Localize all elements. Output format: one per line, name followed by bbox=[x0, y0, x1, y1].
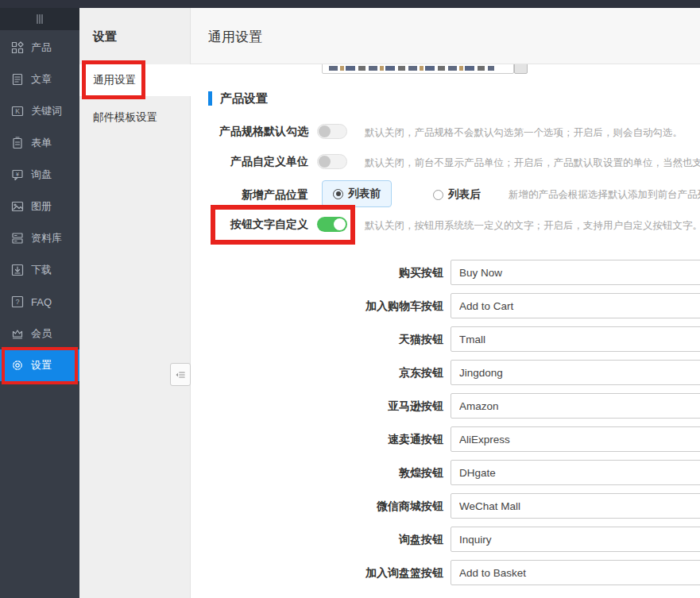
album-icon bbox=[11, 200, 24, 213]
sidebar-item-keywords[interactable]: K 关键词 bbox=[0, 95, 79, 127]
sidebar-item-library[interactable]: 资料库 bbox=[0, 222, 79, 254]
form-row-dhgate-button: 敦煌按钮 bbox=[191, 460, 700, 485]
primary-sidebar: 产品 文章 K 关键词 表单 bbox=[0, 8, 79, 598]
label-button-text-custom: 按钮文字自定义 bbox=[191, 218, 308, 232]
toggle-custom-unit[interactable] bbox=[317, 154, 347, 169]
hint-custom-unit: 默认关闭，前台不显示产品单位；开启后，产品默认取设置的单位，当然也支持 bbox=[365, 156, 700, 170]
input-wechat-mall-button[interactable] bbox=[451, 493, 700, 519]
sidebar-item-label: 文章 bbox=[31, 72, 52, 87]
section-accent-bar bbox=[208, 91, 212, 106]
input-inquiry-button[interactable] bbox=[451, 527, 700, 552]
radio-unselected-icon bbox=[433, 190, 443, 200]
sidebar-item-products[interactable]: 产品 bbox=[0, 32, 79, 64]
sidebar-item-label: 资料库 bbox=[31, 231, 62, 245]
label-amazon-button: 亚马逊按钮 bbox=[191, 393, 443, 419]
collapse-panel-button[interactable] bbox=[170, 363, 191, 386]
keywords-icon: K bbox=[11, 105, 24, 118]
form-row-add-to-cart-button: 加入购物车按钮 bbox=[191, 293, 700, 318]
page-title: 通用设置 bbox=[208, 28, 262, 46]
sidebar-item-members[interactable]: 会员 bbox=[0, 318, 79, 349]
settings-submenu-panel: 设置 通用设置 邮件模板设置 bbox=[79, 8, 191, 598]
clipped-text-fragment bbox=[329, 66, 494, 71]
outdent-icon bbox=[175, 369, 186, 380]
settings-icon bbox=[11, 359, 24, 372]
form-row-add-to-basket-button: 加入询盘篮按钮 bbox=[191, 560, 700, 585]
label-tmall-button: 天猫按钮 bbox=[191, 326, 443, 352]
label-inquiry-button: 询盘按钮 bbox=[191, 527, 443, 552]
sidebar-item-label: 图册 bbox=[31, 199, 52, 214]
member-icon bbox=[11, 327, 24, 340]
label-jingdong-button: 京东按钮 bbox=[191, 360, 443, 385]
label-buy-button: 购买按钮 bbox=[191, 260, 443, 285]
sidebar-item-settings[interactable]: 设置 bbox=[0, 349, 79, 381]
sidebar-header bbox=[0, 8, 79, 30]
label-wechat-mall-button: 微信商城按钮 bbox=[191, 493, 443, 519]
sidebar-item-faq[interactable]: ? FAQ bbox=[0, 286, 79, 318]
form-row-tmall-button: 天猫按钮 bbox=[191, 326, 700, 352]
faq-icon: ? bbox=[11, 295, 24, 308]
form-row-inquiry-button: 询盘按钮 bbox=[191, 527, 700, 552]
radio-option-list-back[interactable]: 列表后 bbox=[433, 187, 481, 202]
main-header: 通用设置 bbox=[191, 8, 700, 64]
submenu-item-general-settings[interactable]: 通用设置 bbox=[79, 64, 191, 96]
forms-icon bbox=[11, 137, 24, 149]
section-product-settings: 产品设置 bbox=[208, 91, 268, 106]
sidebar-item-label: FAQ bbox=[31, 296, 52, 308]
toggle-spec-default-check[interactable] bbox=[317, 124, 347, 139]
label-new-product-position: 新增产品位置 bbox=[191, 188, 308, 203]
submenu-item-email-templates[interactable]: 邮件模板设置 bbox=[79, 102, 191, 133]
input-add-to-cart-button[interactable] bbox=[451, 293, 700, 318]
library-icon bbox=[11, 232, 24, 245]
label-add-to-cart-button: 加入购物车按钮 bbox=[191, 293, 443, 318]
label-add-to-basket-button: 加入询盘篮按钮 bbox=[191, 560, 443, 585]
sidebar-item-label: 设置 bbox=[31, 358, 52, 372]
svg-text:K: K bbox=[15, 107, 20, 115]
hint-new-product-position: 新增的产品会根据选择默认添加到前台产品列表 bbox=[509, 188, 700, 202]
input-tmall-button[interactable] bbox=[451, 326, 700, 352]
input-aliexpress-button[interactable] bbox=[451, 426, 700, 452]
sidebar-item-articles[interactable]: 文章 bbox=[0, 64, 79, 95]
sidebar-nav: 产品 文章 K 关键词 表单 bbox=[0, 32, 79, 381]
sidebar-item-label: 询盘 bbox=[31, 168, 52, 182]
toggle-knob bbox=[319, 125, 331, 137]
clipped-input-button[interactable] bbox=[514, 64, 528, 74]
panel-title: 设置 bbox=[93, 29, 117, 44]
clipped-scrolled-input[interactable] bbox=[322, 64, 514, 74]
sidebar-item-inquiry[interactable]: ¥ 询盘 bbox=[0, 159, 79, 191]
form-row-jingdong-button: 京东按钮 bbox=[191, 360, 700, 385]
download-icon bbox=[11, 264, 24, 276]
sidebar-item-label: 会员 bbox=[31, 326, 52, 341]
form-row-amazon-button: 亚马逊按钮 bbox=[191, 393, 700, 419]
input-dhgate-button[interactable] bbox=[451, 460, 700, 485]
toggle-knob bbox=[334, 218, 346, 230]
menu-collapse-icon[interactable] bbox=[33, 13, 46, 25]
form-row-aliexpress-button: 速卖通按钮 bbox=[191, 426, 700, 452]
form-row-wechat-mall-button: 微信商城按钮 bbox=[191, 493, 700, 519]
label-custom-unit: 产品自定义单位 bbox=[191, 155, 308, 169]
sidebar-item-album[interactable]: 图册 bbox=[0, 191, 79, 222]
label-spec-default-check: 产品规格默认勾选 bbox=[191, 125, 308, 139]
admin-settings-page: 产品 文章 K 关键词 表单 bbox=[0, 0, 700, 598]
toggle-button-text-custom[interactable] bbox=[317, 217, 347, 232]
toggle-knob bbox=[319, 156, 331, 168]
hint-spec-default-check: 默认关闭，产品规格不会默认勾选第一个选项；开启后，则会自动勾选。 bbox=[365, 126, 683, 140]
sidebar-item-label: 产品 bbox=[31, 41, 52, 55]
radio-option-list-front[interactable]: 列表前 bbox=[322, 180, 392, 207]
settings-content: 产品设置 产品规格默认勾选 默认关闭，产品规格不会默认勾选第一个选项；开启后，则… bbox=[191, 64, 700, 598]
label-aliexpress-button: 速卖通按钮 bbox=[191, 426, 443, 452]
radio-selected-icon bbox=[333, 189, 343, 199]
products-icon bbox=[11, 41, 24, 54]
svg-text:¥: ¥ bbox=[16, 172, 19, 177]
hint-button-text-custom: 默认关闭，按钮用系统统一定义的文字；开启后，支持用户自定义按钮文字。 bbox=[365, 219, 700, 233]
sidebar-item-download[interactable]: 下载 bbox=[0, 254, 79, 286]
label-dhgate-button: 敦煌按钮 bbox=[191, 460, 443, 485]
input-amazon-button[interactable] bbox=[451, 393, 700, 419]
sidebar-item-label: 表单 bbox=[31, 136, 52, 150]
sidebar-item-forms[interactable]: 表单 bbox=[0, 127, 79, 159]
svg-text:?: ? bbox=[15, 298, 19, 306]
input-add-to-basket-button[interactable] bbox=[451, 560, 700, 585]
sidebar-item-label: 关键词 bbox=[31, 104, 62, 118]
top-bar bbox=[0, 0, 700, 8]
input-jingdong-button[interactable] bbox=[451, 360, 700, 385]
input-buy-button[interactable] bbox=[451, 260, 700, 285]
